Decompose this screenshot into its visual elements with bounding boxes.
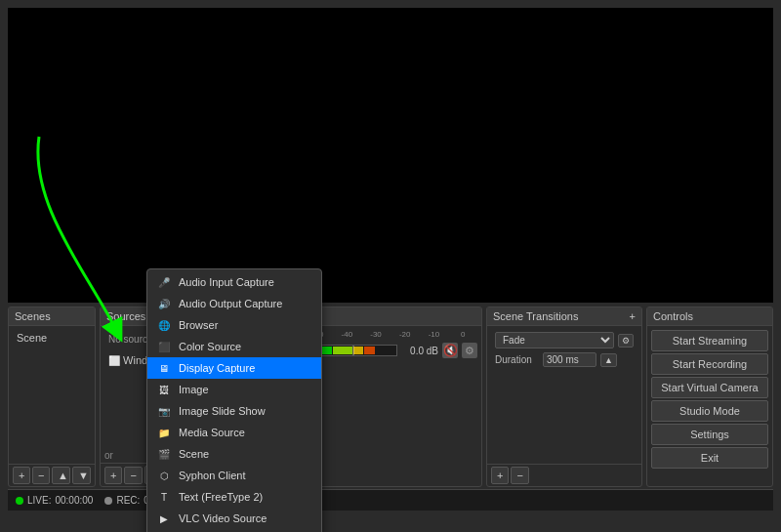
transition-duration-row: Duration ▲ [491, 350, 637, 369]
scenes-content: Scene [9, 326, 95, 464]
scenes-panel: Scenes Scene + − ▲ ▼ [8, 307, 96, 487]
menu-text-label: Text (FreeType 2) [179, 491, 263, 503]
tick-20: -20 [390, 330, 420, 339]
scenes-up-btn[interactable]: ▲ [52, 467, 70, 484]
scenes-toolbar: + − ▲ ▼ [9, 464, 95, 486]
transitions-label: Scene Transitions [493, 310, 578, 322]
transitions-add-icon[interactable]: + [630, 310, 636, 322]
live-label: LIVE: [27, 495, 51, 506]
exit-button[interactable]: Exit [651, 447, 768, 469]
mute-icon: 🔇 [443, 344, 458, 357]
menu-media-source[interactable]: Media Source [147, 422, 321, 443]
transition-settings-btn[interactable]: ⚙ [618, 334, 634, 348]
panel-row: Scenes Scene + − ▲ ▼ Sources No sour [8, 307, 773, 487]
scenes-panel-header: Scenes [9, 307, 95, 326]
menu-text[interactable]: Text (FreeType 2) [147, 486, 321, 508]
main-container: Scenes Scene + − ▲ ▼ Sources No sour [0, 0, 781, 532]
controls-label: Controls [653, 310, 693, 322]
slideshow-icon [157, 404, 171, 418]
scenes-down-btn[interactable]: ▼ [72, 467, 91, 484]
audio-settings-button[interactable]: ⚙ [462, 343, 477, 358]
controls-content: Start Streaming Start Recording Start Vi… [647, 326, 772, 486]
live-dot [16, 497, 23, 505]
audio-seg-green3 [333, 347, 353, 354]
sources-label: Sources [106, 310, 145, 322]
transition-type-select[interactable]: Fade [495, 332, 614, 348]
scene-icon [157, 447, 171, 461]
live-status: LIVE: 00:00:00 [16, 495, 93, 506]
menu-display-capture[interactable]: Display Capture [147, 357, 321, 379]
preview-area [8, 8, 773, 303]
bottom-section: Scenes Scene + − ▲ ▼ Sources No sour [0, 303, 781, 532]
vlc-icon [157, 512, 171, 525]
menu-image-slide[interactable]: Image Slide Show [147, 400, 321, 422]
color-icon [157, 340, 171, 353]
menu-color-source-label: Color Source [179, 341, 241, 352]
controls-panel: Controls Start Streaming Start Recording… [646, 307, 773, 487]
duration-up-btn[interactable]: ▲ [600, 353, 617, 367]
controls-panel-header: Controls [647, 307, 772, 326]
duration-label: Duration [495, 354, 539, 365]
menu-image-label: Image [179, 384, 209, 395]
transitions-toolbar: + − [487, 464, 641, 486]
monitor-icon [157, 361, 171, 375]
settings-button[interactable]: Settings [651, 424, 768, 445]
image-icon [157, 383, 171, 396]
start-virtual-camera-button[interactable]: Start Virtual Camera [651, 377, 768, 398]
transition-type-row: Fade ⚙ [491, 330, 637, 350]
tick-0: 0 [448, 330, 477, 339]
sources-remove-btn[interactable]: − [124, 467, 142, 484]
menu-scene[interactable]: Scene [147, 443, 321, 465]
transitions-add-btn[interactable]: + [491, 467, 509, 484]
rec-dot [104, 497, 112, 505]
menu-audio-input-label: Audio Input Capture [179, 276, 274, 288]
tick-30: -30 [361, 330, 390, 339]
menu-display-capture-label: Display Capture [179, 362, 255, 374]
menu-audio-output[interactable]: Audio Output Capture [147, 293, 321, 314]
menu-syphon[interactable]: Syphon Client [147, 465, 321, 486]
audio-seg-red [364, 347, 374, 354]
menu-image-slide-label: Image Slide Show [179, 405, 266, 417]
scenes-add-btn[interactable]: + [13, 467, 30, 484]
menu-browser-label: Browser [179, 319, 218, 331]
menu-media-source-label: Media Source [179, 427, 245, 438]
scenes-remove-btn[interactable]: − [32, 467, 50, 484]
start-streaming-button[interactable]: Start Streaming [651, 330, 768, 351]
text-icon [157, 490, 171, 504]
audio-seg-yellow [353, 347, 363, 354]
duration-input[interactable] [543, 352, 596, 367]
start-recording-button[interactable]: Start Recording [651, 353, 768, 375]
menu-image[interactable]: Image [147, 379, 321, 400]
window-icon [108, 354, 120, 366]
menu-browser[interactable]: Browser [147, 314, 321, 336]
context-menu: Audio Input Capture Audio Output Capture… [146, 268, 322, 532]
live-time: 00:00:00 [55, 495, 93, 506]
scene-item[interactable]: Scene [13, 330, 91, 346]
studio-mode-button[interactable]: Studio Mode [651, 400, 768, 422]
transitions-panel-header: Scene Transitions + [487, 307, 641, 326]
menu-audio-input[interactable]: Audio Input Capture [147, 271, 321, 293]
transitions-remove-btn[interactable]: − [511, 467, 528, 484]
menu-color-source[interactable]: Color Source [147, 336, 321, 357]
status-bar: LIVE: 00:00:00 REC: 00:00:00 CPU: 3.1%, … [8, 489, 773, 511]
transitions-content: Fade ⚙ Duration ▲ [487, 326, 641, 464]
audio-mute-button[interactable]: 🔇 [442, 343, 458, 358]
menu-syphon-label: Syphon Client [179, 470, 246, 481]
globe-icon [157, 318, 171, 332]
menu-vlc[interactable]: VLC Video Source [147, 508, 321, 529]
syphon-icon [157, 469, 171, 482]
mic-icon [157, 275, 171, 289]
transitions-panel: Scene Transitions + Fade ⚙ Duration ▲ [486, 307, 642, 487]
audio-seg-empty [376, 347, 396, 354]
sources-add-btn[interactable]: + [104, 467, 122, 484]
tick-10: -10 [420, 330, 449, 339]
menu-vlc-label: VLC Video Source [179, 512, 267, 524]
scenes-label: Scenes [15, 310, 51, 322]
audio-db-value: 0.0 dB [401, 346, 438, 356]
rec-label: REC: [116, 495, 140, 506]
tick-40: -40 [332, 330, 361, 339]
menu-scene-label: Scene [179, 448, 209, 460]
menu-audio-output-label: Audio Output Capture [179, 298, 282, 309]
media-icon [157, 426, 171, 439]
gear-icon: ⚙ [465, 345, 474, 357]
